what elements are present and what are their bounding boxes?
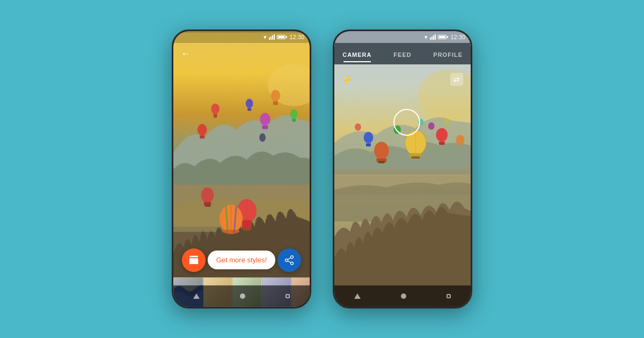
- bottom-nav: [173, 285, 310, 307]
- left-status-bar: ▾ 12:30: [173, 31, 310, 43]
- svg-point-44: [428, 122, 435, 130]
- right-battery-icon: [438, 35, 448, 39]
- signal-bar-3: [272, 35, 273, 40]
- svg-point-19: [197, 124, 207, 135]
- svg-point-43: [456, 135, 465, 146]
- status-icons: ▾ 12:30: [264, 34, 304, 41]
- power-button: [310, 95, 311, 117]
- svg-point-41: [364, 132, 374, 143]
- recents-nav-icon[interactable]: [286, 294, 290, 298]
- flip-camera-button[interactable]: ⇄: [450, 73, 463, 86]
- tabs-bar: CAMERA FEED PROFILE: [334, 43, 471, 64]
- svg-line-26: [288, 261, 291, 262]
- back-nav-icon[interactable]: [193, 293, 200, 299]
- right-phone-frame: ▾ 12:30 CAMERA: [333, 30, 472, 308]
- home-nav-icon[interactable]: [240, 293, 245, 299]
- svg-point-45: [355, 123, 361, 131]
- focus-circle[interactable]: [393, 109, 420, 136]
- camera-controls: ⚡ ⇄: [334, 70, 471, 89]
- tab-profile[interactable]: PROFILE: [425, 45, 471, 62]
- left-phone: ▾ 12:30 ←: [172, 30, 311, 308]
- svg-point-15: [271, 90, 281, 101]
- svg-point-16: [246, 99, 253, 108]
- svg-point-14: [211, 104, 219, 114]
- right-recents-nav-icon[interactable]: [447, 294, 451, 298]
- svg-point-17: [260, 113, 270, 125]
- right-bottom-nav: [334, 285, 471, 307]
- right-power-button: [471, 95, 472, 117]
- svg-rect-5: [243, 228, 251, 231]
- signal-bar-1: [269, 38, 270, 40]
- svg-point-38: [374, 142, 389, 159]
- right-signal-icon: [430, 34, 436, 40]
- store-button[interactable]: [182, 248, 206, 272]
- left-phone-frame: ▾ 12:30 ←: [172, 30, 311, 308]
- tab-camera[interactable]: CAMERA: [334, 45, 380, 62]
- time-display: 12:30: [289, 34, 304, 40]
- svg-point-40: [436, 128, 448, 142]
- right-time-display: 12:30: [450, 34, 465, 40]
- right-status-bar: ▾ 12:30: [334, 31, 471, 43]
- share-button[interactable]: [277, 248, 301, 272]
- svg-point-24: [285, 259, 288, 261]
- flash-button[interactable]: ⚡: [342, 75, 353, 85]
- right-back-nav-icon[interactable]: [354, 293, 361, 299]
- left-phone-screen: ▾ 12:30 ←: [173, 31, 310, 307]
- right-phone: ▾ 12:30 CAMERA: [333, 30, 472, 308]
- svg-point-18: [290, 109, 298, 119]
- right-phone-screen: ▾ 12:30 CAMERA: [334, 31, 471, 307]
- right-home-nav-icon[interactable]: [401, 293, 406, 299]
- signal-icon: [269, 34, 275, 40]
- svg-point-20: [259, 134, 266, 142]
- svg-point-21: [201, 187, 214, 203]
- svg-rect-39: [378, 161, 385, 163]
- svg-point-25: [290, 262, 293, 264]
- svg-point-47: [444, 119, 450, 125]
- right-status-icons: ▾ 12:30: [425, 34, 465, 41]
- battery-icon: [277, 35, 287, 39]
- right-wifi-icon: ▾: [425, 34, 428, 41]
- back-button[interactable]: ←: [181, 48, 191, 60]
- svg-rect-22: [206, 204, 211, 207]
- svg-line-27: [288, 258, 291, 259]
- svg-point-23: [290, 255, 293, 258]
- action-row: Get more styles!: [173, 243, 310, 277]
- signal-bar-2: [270, 36, 272, 40]
- nav-bar: ←: [173, 43, 310, 64]
- signal-bar-4: [274, 34, 275, 40]
- tab-feed[interactable]: FEED: [380, 45, 426, 62]
- wifi-icon: ▾: [264, 34, 267, 41]
- svg-rect-37: [412, 157, 420, 159]
- get-more-styles-label[interactable]: Get more styles!: [208, 251, 276, 269]
